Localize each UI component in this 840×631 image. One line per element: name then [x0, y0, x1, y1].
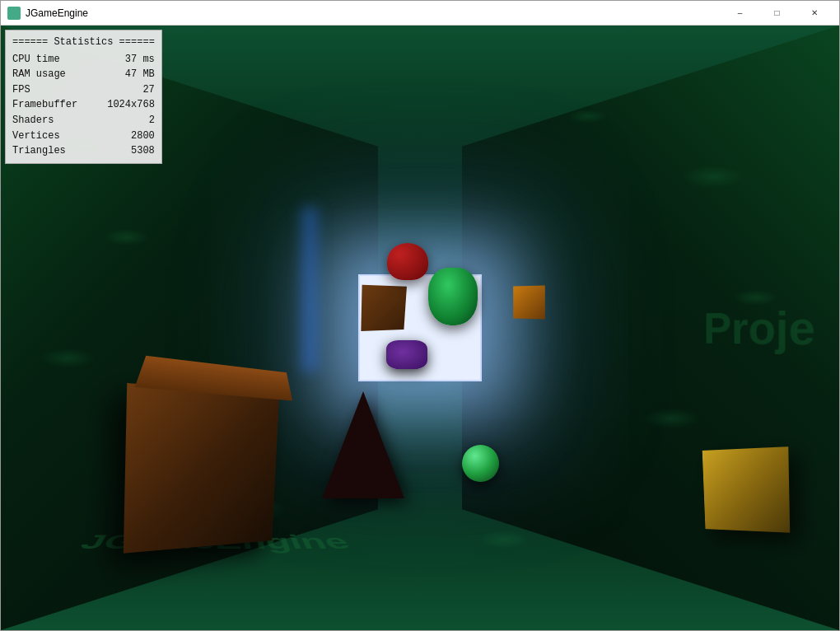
3d-scene: JGameEngine Proje ====== Statistics ====… — [1, 26, 839, 630]
purple-object — [386, 340, 427, 369]
stats-row: Framebuffer1024x768 — [12, 97, 155, 113]
green-creature — [428, 268, 478, 325]
close-button[interactable]: ✕ — [796, 1, 833, 26]
portal-right-cube — [513, 285, 545, 319]
maximize-button[interactable]: □ — [758, 1, 796, 26]
red-heart-object — [387, 243, 428, 280]
stats-value: 47 MB — [125, 67, 155, 82]
triangle-object — [322, 391, 404, 498]
stats-row: Shaders2 — [12, 113, 155, 129]
stats-label: Vertices — [12, 129, 60, 144]
blue-light — [297, 207, 322, 372]
stats-row: FPS27 — [12, 82, 155, 98]
stats-label: Framebuffer — [12, 97, 77, 113]
stats-row: Triangles5308 — [12, 143, 155, 159]
large-dark-cube — [124, 383, 279, 554]
stats-value: 37 ms — [125, 52, 155, 68]
stats-value: 27 — [142, 82, 154, 98]
stats-value: 1024x768 — [107, 97, 155, 113]
app-icon — [7, 7, 21, 20]
stats-row: Vertices2800 — [12, 129, 155, 144]
minimize-button[interactable]: – — [721, 1, 758, 26]
stats-title: ====== Statistics ====== — [12, 35, 155, 50]
right-yellow-cube — [702, 446, 790, 533]
right-watermark: Proje — [703, 300, 815, 356]
portal-brown-cube — [361, 284, 407, 330]
stats-label: RAM usage — [12, 67, 66, 82]
game-viewport[interactable]: JGameEngine Proje ====== Statistics ====… — [1, 26, 839, 630]
titlebar: JGameEngine – □ ✕ — [1, 1, 839, 26]
stats-label: CPU time — [12, 52, 60, 68]
window-controls: – □ ✕ — [721, 1, 833, 26]
main-window: JGameEngine – □ ✕ JGameEngine Proje — [0, 0, 840, 631]
stats-rows: CPU time37 msRAM usage47 MBFPS27Framebuf… — [12, 52, 155, 159]
stats-label: Triangles — [12, 143, 66, 159]
green-sphere — [462, 445, 499, 482]
window-title: JGameEngine — [26, 7, 721, 19]
stats-label: FPS — [12, 82, 30, 98]
stats-row: CPU time37 ms — [12, 52, 155, 68]
stats-value: 2800 — [131, 129, 155, 144]
stats-value: 2 — [149, 113, 155, 129]
stats-value: 5308 — [131, 143, 155, 159]
stats-panel: ====== Statistics ====== CPU time37 msRA… — [5, 30, 162, 164]
stats-label: Shaders — [12, 113, 54, 129]
stats-row: RAM usage47 MB — [12, 67, 155, 82]
